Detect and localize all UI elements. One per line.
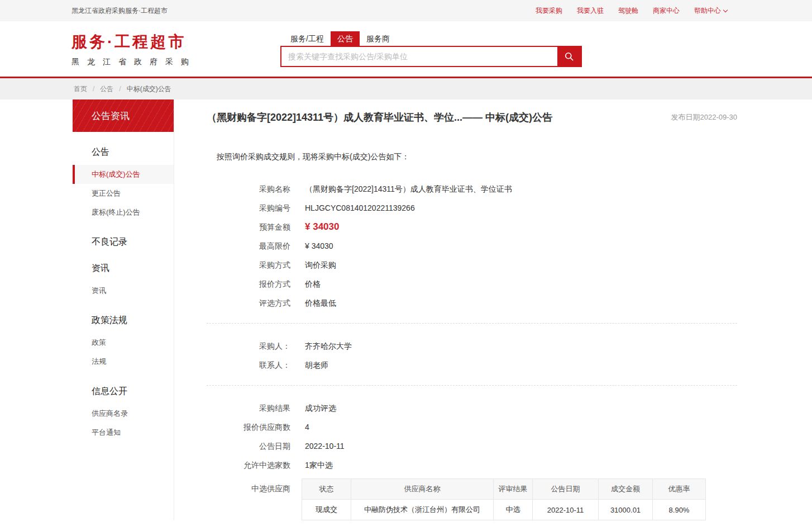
sidebar-group-bad-records: 不良记录 <box>73 236 174 248</box>
topbar-link-help-center[interactable]: 帮助中心 <box>694 6 727 16</box>
sidebar-item-correction-announcements[interactable]: 更正公告 <box>73 184 174 203</box>
topbar-links: 我要采购 我要入驻 驾驶舱 商家中心 帮助中心 <box>536 6 727 16</box>
field-value: ¥ 34030 <box>305 240 333 252</box>
topbar-link-cockpit[interactable]: 驾驶舱 <box>618 6 638 16</box>
breadcrumb-separator: / <box>119 85 121 93</box>
topbar: 黑龙江省政府采购服务·工程超市 我要采购 我要入驻 驾驶舱 商家中心 帮助中心 <box>0 0 812 21</box>
cell-deal-amount: 31000.01 <box>599 500 653 520</box>
field-label: 评选方式 <box>207 297 290 309</box>
field-value: 成功评选 <box>305 402 336 414</box>
site-logo: 服务·工程超市 黑龙江省政府采购 <box>71 31 206 67</box>
sidebar-item-platform-notices[interactable]: 平台通知 <box>73 423 174 442</box>
table-header-status: 状态 <box>302 479 351 500</box>
tab-services-projects[interactable]: 服务/工程 <box>284 31 331 46</box>
field-value: 2022-10-11 <box>305 440 345 452</box>
field-max-price: 最高限价 ¥ 34030 <box>207 240 737 252</box>
breadcrumb-home[interactable]: 首页 <box>74 84 87 94</box>
sidebar: 公告资讯 公告 中标(成交)公告 更正公告 废标(终止)公告 不良记录 资讯 资… <box>73 99 174 520</box>
field-value: 齐齐哈尔大学 <box>305 340 352 352</box>
intro-text: 按照询价采购成交规则，现将采购中标(成交)公告如下： <box>207 152 737 162</box>
table-header-announcement-date: 公告日期 <box>533 479 599 500</box>
sidebar-item-law[interactable]: 法规 <box>73 352 174 371</box>
tab-service-providers[interactable]: 服务商 <box>360 31 397 46</box>
field-label: 允许中选家数 <box>207 459 290 471</box>
sidebar-group-title-announcements[interactable]: 公告 <box>73 146 174 158</box>
selected-supplier-block: 中选供应商 状态 供应商名称 评审结果 公告日期 成交金额 优惠率 <box>207 478 737 520</box>
table-header-discount-rate: 优惠率 <box>653 479 706 500</box>
field-label: 预算金额 <box>207 221 290 233</box>
field-label: 采购结果 <box>207 402 290 414</box>
field-purchaser: 采购人： 齐齐哈尔大学 <box>207 340 737 352</box>
breadcrumb-current[interactable]: 中标(成交)公告 <box>127 84 171 94</box>
search-button[interactable] <box>557 47 581 66</box>
field-label: 采购方式 <box>207 259 290 271</box>
field-label: 采购编号 <box>207 202 290 214</box>
topbar-link-join[interactable]: 我要入驻 <box>577 6 604 16</box>
sidebar-item-award-announcements[interactable]: 中标(成交)公告 <box>73 165 174 184</box>
sidebar-group-policies: 政策法规 政策 法规 <box>73 315 174 371</box>
sidebar-group-info-disclosure: 信息公开 供应商名录 平台通知 <box>73 386 174 442</box>
sidebar-group-announcements: 公告 中标(成交)公告 更正公告 废标(终止)公告 <box>73 146 174 222</box>
sidebar-item-news[interactable]: 资讯 <box>73 281 174 300</box>
divider <box>207 323 737 324</box>
site-title: 黑龙江省政府采购服务·工程超市 <box>71 6 168 16</box>
sidebar-item-policy[interactable]: 政策 <box>73 333 174 352</box>
table-header-deal-amount: 成交金额 <box>599 479 653 500</box>
sidebar-group-title-news[interactable]: 资讯 <box>73 263 174 274</box>
field-label: 公告日期 <box>207 440 290 452</box>
field-procurement-method: 采购方式 询价采购 <box>207 259 737 271</box>
cell-announcement-date: 2022-10-11 <box>533 500 599 520</box>
announcement-article: （黑财购备字[2022]14311号）成人教育毕业证书、学位...—— 中标(成… <box>174 99 737 520</box>
search-icon <box>563 51 575 62</box>
sidebar-header: 公告资讯 <box>73 99 174 132</box>
field-bidder-count: 报价供应商数 4 <box>207 421 737 433</box>
field-value: 价格 <box>305 278 321 290</box>
table-header-row: 状态 供应商名称 评审结果 公告日期 成交金额 优惠率 <box>302 479 706 500</box>
publish-date: 发布日期2022-09-30 <box>671 112 738 122</box>
field-contact-person: 联系人： 胡老师 <box>207 359 737 371</box>
field-quote-method: 报价方式 价格 <box>207 278 737 290</box>
table-header-supplier-name: 供应商名称 <box>351 479 494 500</box>
topbar-link-merchant-center[interactable]: 商家中心 <box>653 6 680 16</box>
cell-status: 现成交 <box>302 500 351 520</box>
search-box <box>280 46 582 67</box>
breadcrumb-announcements[interactable]: 公告 <box>100 84 113 94</box>
cell-supplier-name: 中融防伪技术（浙江台州）有限公司 <box>351 500 494 520</box>
field-evaluation-method: 评选方式 价格最低 <box>207 297 737 309</box>
field-value: 询价采购 <box>305 259 336 271</box>
field-value: 价格最低 <box>305 297 336 309</box>
field-label: 联系人： <box>207 359 290 371</box>
cell-review-result: 中选 <box>494 500 533 520</box>
search-area: 服务/工程 公告 服务商 <box>280 31 582 67</box>
field-label: 最高限价 <box>207 240 290 252</box>
page-title: （黑财购备字[2022]14311号）成人教育毕业证书、学位...—— 中标(成… <box>207 111 552 124</box>
tab-announcements[interactable]: 公告 <box>331 31 360 46</box>
field-procurement-number: 采购编号 HLJGCYC08140120221139266 <box>207 202 737 214</box>
sidebar-item-cancelled-announcements[interactable]: 废标(终止)公告 <box>73 203 174 222</box>
field-label: 报价供应商数 <box>207 421 290 433</box>
field-value: （黑财购备字[2022]14311号）成人教育毕业证书、学位证书 <box>305 183 512 195</box>
cell-discount-rate: 8.90% <box>653 500 706 520</box>
logo-main-text: 服务·工程超市 <box>71 31 206 53</box>
field-value: 4 <box>305 421 309 433</box>
field-allowed-winners: 允许中选家数 1家中选 <box>207 459 737 471</box>
header: 服务·工程超市 黑龙江省政府采购 服务/工程 公告 服务商 <box>0 21 812 78</box>
divider <box>207 385 737 386</box>
table-header-review-result: 评审结果 <box>494 479 533 500</box>
sidebar-item-supplier-directory[interactable]: 供应商名录 <box>73 404 174 423</box>
sidebar-group-title-policies[interactable]: 政策法规 <box>73 315 174 326</box>
field-announcement-date: 公告日期 2022-10-11 <box>207 440 737 452</box>
table-row: 现成交 中融防伪技术（浙江台州）有限公司 中选 2022-10-11 31000… <box>302 500 706 520</box>
sidebar-group-title-info-disclosure[interactable]: 信息公开 <box>73 386 174 397</box>
field-value: 1家中选 <box>305 459 333 471</box>
breadcrumb: 首页 / 公告 / 中标(成交)公告 <box>0 78 812 99</box>
field-section-2: 采购人： 齐齐哈尔大学 联系人： 胡老师 <box>207 340 737 371</box>
search-input[interactable] <box>281 47 557 66</box>
field-procurement-result: 采购结果 成功评选 <box>207 402 737 414</box>
topbar-link-buy[interactable]: 我要采购 <box>536 6 562 16</box>
content: 公告资讯 公告 中标(成交)公告 更正公告 废标(终止)公告 不良记录 资讯 资… <box>0 99 812 531</box>
logo-sub-text: 黑龙江省政府采购 <box>71 57 206 67</box>
field-label: 采购人： <box>207 340 290 352</box>
field-label: 报价方式 <box>207 278 290 290</box>
sidebar-group-title-bad-records[interactable]: 不良记录 <box>73 236 174 248</box>
